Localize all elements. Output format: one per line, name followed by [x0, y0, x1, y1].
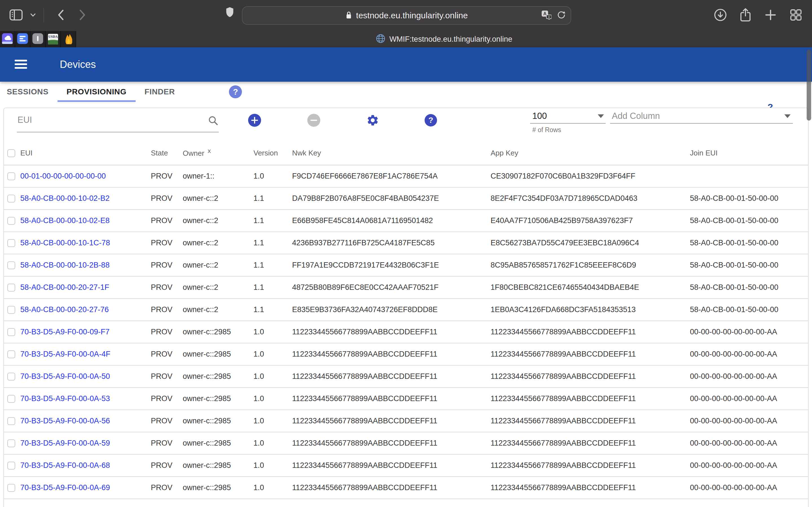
row-checkbox[interactable]	[7, 328, 15, 336]
pinned-tab-gray[interactable]	[31, 31, 46, 47]
row-checkbox[interactable]	[7, 395, 15, 403]
translate-icon[interactable]: Ax	[541, 10, 552, 21]
globe-icon	[376, 34, 386, 45]
eui-link[interactable]: 58-A0-CB-00-00-20-27-1F	[20, 283, 151, 292]
eui-link[interactable]: 58-A0-CB-00-00-10-1C-78	[20, 238, 151, 247]
devices-table: EUI State OwnerX Version Nwk Key App Key…	[4, 142, 808, 499]
column-header-join-eui[interactable]: Join EUI	[690, 149, 808, 158]
shield-icon[interactable]	[225, 7, 234, 18]
sidebar-toggle-icon[interactable]	[10, 9, 22, 22]
row-checkbox[interactable]	[7, 306, 15, 314]
pinned-tab-firebase[interactable]	[61, 31, 76, 47]
owner-cell: owner-c::2	[183, 238, 253, 247]
eui-link[interactable]: 70-B3-D5-A9-F0-00-0A-56	[20, 416, 151, 425]
column-header-eui[interactable]: EUI	[20, 149, 151, 158]
row-checkbox[interactable]	[7, 172, 15, 180]
table-row: 70-B3-D5-A9-F0-00-0A-69 PROV owner-c::29…	[4, 477, 808, 499]
reload-icon[interactable]	[557, 10, 566, 20]
eui-link[interactable]: 70-B3-D5-A9-F0-00-0A-50	[20, 372, 151, 381]
row-checkbox[interactable]	[7, 217, 15, 225]
add-column-select[interactable]: Add Column	[610, 108, 793, 124]
join-eui-cell: 00-00-00-00-00-00-00-AA	[690, 328, 808, 336]
column-header-app-key[interactable]: App Key	[491, 149, 690, 158]
tabs-help-icon[interactable]: ?	[229, 86, 242, 98]
add-device-button[interactable]	[248, 114, 261, 127]
forward-icon[interactable]	[79, 9, 87, 22]
back-icon[interactable]	[56, 9, 65, 22]
tab-provisioning[interactable]: PROVISIONING	[57, 82, 136, 102]
state-cell: PROV	[151, 283, 183, 292]
active-tab[interactable]: WMIF:testnode.eu.thingularity.online	[76, 31, 812, 47]
eui-link[interactable]: 58-A0-CB-00-00-10-2B-88	[20, 261, 151, 270]
nwk-key-cell: 112233445566778899AABBCCDDEEFF11	[292, 394, 491, 403]
url-text: testnode.eu.thingularity.online	[356, 11, 468, 20]
row-checkbox[interactable]	[7, 194, 15, 203]
tab-overview-icon[interactable]	[790, 8, 802, 22]
nwk-key-cell: 4236B937B277116FB725CA4187FE5C85	[292, 238, 491, 247]
eui-link[interactable]: 58-A0-CB-00-00-10-02-E8	[20, 216, 151, 225]
tab-sessions[interactable]: SESSIONS	[0, 82, 57, 102]
row-checkbox[interactable]	[7, 417, 15, 425]
column-header-nwk-key[interactable]: Nwk Key	[292, 149, 491, 158]
version-cell: 1.1	[253, 261, 292, 270]
table-row: 70-B3-D5-A9-F0-00-0A-59 PROV owner-c::29…	[4, 432, 808, 455]
version-cell: 1.0	[253, 416, 292, 425]
svg-text:A: A	[543, 11, 546, 16]
eui-link[interactable]: 70-B3-D5-A9-F0-00-09-F7	[20, 328, 151, 336]
pinned-tab-docs[interactable]	[15, 31, 31, 47]
owner-cell: owner-c::2985	[183, 350, 253, 358]
pinned-tab-usda[interactable]: USDA	[46, 31, 61, 47]
table-row: 58-A0-CB-00-00-10-2B-88 PROV owner-c::2 …	[4, 255, 808, 277]
nwk-key-cell: 112233445566778899AABBCCDDEEFF11	[292, 328, 491, 336]
column-header-owner[interactable]: OwnerX	[183, 149, 253, 158]
row-checkbox[interactable]	[7, 350, 15, 358]
eui-link[interactable]: 58-A0-CB-00-00-20-27-76	[20, 305, 151, 314]
app-key-cell: E40AA7F710506AB425B9758A397623F7	[491, 216, 690, 225]
eui-link[interactable]: 70-B3-D5-A9-F0-00-0A-59	[20, 439, 151, 448]
eui-link[interactable]: 70-B3-D5-A9-F0-00-0A-69	[20, 483, 151, 492]
downloads-icon[interactable]	[714, 8, 727, 22]
owner-filter-clear[interactable]: X	[208, 149, 211, 154]
row-checkbox[interactable]	[7, 373, 15, 381]
tab-finder[interactable]: FINDER	[136, 82, 184, 102]
new-tab-icon[interactable]	[764, 8, 777, 22]
page-title: Devices	[60, 59, 96, 70]
owner-cell: owner-c::2	[183, 305, 253, 314]
pinned-tab-cloud[interactable]	[0, 31, 15, 47]
row-checkbox[interactable]	[7, 439, 15, 447]
add-column-placeholder: Add Column	[612, 111, 660, 121]
app-key-cell: 8E2F4F7C354DF03A7D718965CDAD0463	[491, 194, 690, 203]
filter-help-icon[interactable]: ?	[424, 114, 437, 126]
row-checkbox[interactable]	[7, 484, 15, 492]
eui-link[interactable]: 00-01-00-00-00-00-00-00	[20, 172, 151, 180]
chevron-down-icon[interactable]	[30, 13, 36, 18]
row-checkbox[interactable]	[7, 262, 15, 269]
state-cell: PROV	[151, 194, 183, 203]
settings-gear-icon[interactable]	[366, 114, 379, 128]
state-cell: PROV	[151, 216, 183, 225]
lock-icon	[345, 11, 352, 20]
row-checkbox[interactable]	[7, 239, 15, 247]
search-input[interactable]: EUI	[17, 108, 219, 132]
remove-device-button[interactable]	[307, 114, 320, 127]
menu-icon[interactable]	[15, 59, 27, 70]
eui-link[interactable]: 70-B3-D5-A9-F0-00-0A-4F	[20, 350, 151, 358]
row-checkbox[interactable]	[7, 284, 15, 291]
eui-link[interactable]: 70-B3-D5-A9-F0-00-0A-68	[20, 461, 151, 470]
state-cell: PROV	[151, 416, 183, 425]
scrollbar-thumb[interactable]	[807, 50, 811, 121]
url-bar[interactable]: testnode.eu.thingularity.online Ax	[242, 6, 571, 25]
row-checkbox[interactable]	[7, 462, 15, 469]
app-key-cell: 1F80CBEBC821CE67465540434DBAEB4E	[491, 283, 690, 292]
column-header-state[interactable]: State	[151, 149, 183, 158]
join-eui-cell: 58-A0-CB-00-01-50-00-00	[690, 305, 808, 314]
column-header-version[interactable]: Version	[253, 149, 292, 158]
eui-link[interactable]: 58-A0-CB-00-00-10-02-B2	[20, 194, 151, 203]
pipe-app-icon	[33, 33, 43, 45]
select-all-checkbox[interactable]	[7, 149, 15, 157]
rows-per-page-select[interactable]: 100 # of Rows	[530, 108, 606, 124]
share-icon[interactable]	[739, 8, 752, 23]
table-row: 00-01-00-00-00-00-00-00 PROV owner-1:: 1…	[4, 165, 808, 187]
eui-link[interactable]: 70-B3-D5-A9-F0-00-0A-53	[20, 394, 151, 403]
join-eui-cell: 00-00-00-00-00-00-00-AA	[690, 483, 808, 492]
